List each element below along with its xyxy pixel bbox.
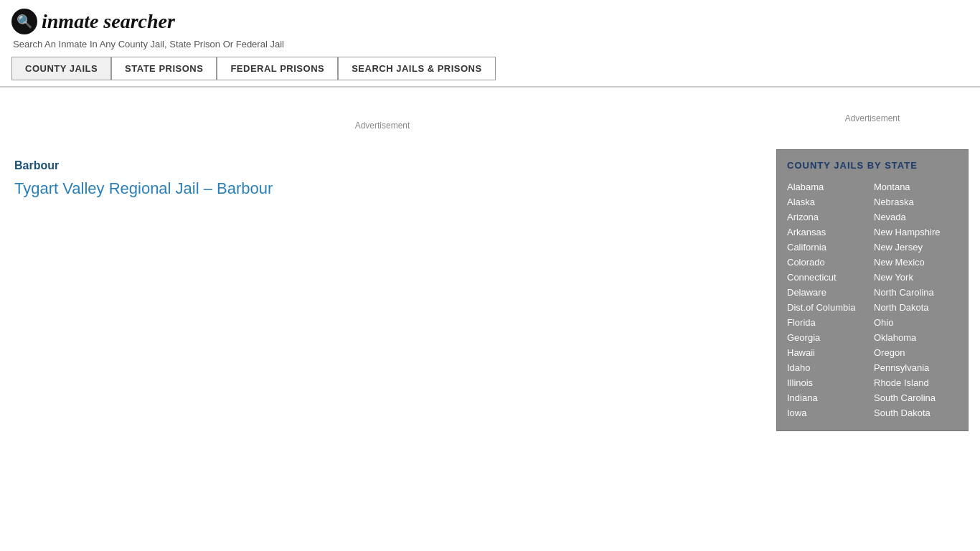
content-area: Advertisement Barbour Tygart Valley Regi… <box>0 88 765 443</box>
state-link[interactable]: Iowa <box>787 405 871 420</box>
state-link[interactable]: California <box>787 240 871 255</box>
state-link[interactable]: Oregon <box>874 345 958 360</box>
nav-state-prisons[interactable]: STATE PRISONS <box>111 57 217 80</box>
state-link[interactable]: Ohio <box>874 315 958 330</box>
state-link[interactable]: North Dakota <box>874 300 958 315</box>
state-link[interactable]: North Carolina <box>874 285 958 300</box>
ad-sidebar: Advertisement <box>776 99 969 138</box>
state-grid: AlabamaAlaskaArizonaArkansasCaliforniaCo… <box>787 179 958 420</box>
state-link[interactable]: Alaska <box>787 194 871 209</box>
logo-inmate: inmate <box>42 10 98 32</box>
ad-banner-top: Advertisement <box>14 99 750 152</box>
state-link[interactable]: South Dakota <box>874 405 958 420</box>
state-link[interactable]: Idaho <box>787 360 871 375</box>
state-link[interactable]: Arkansas <box>787 225 871 240</box>
header: 🔍 inmate searcher Search An Inmate In An… <box>0 0 980 88</box>
sidebar: Advertisement COUNTY JAILS BY STATE Alab… <box>765 88 980 443</box>
state-link[interactable]: Illinois <box>787 375 871 390</box>
logo-text: inmate searcher <box>42 10 175 33</box>
state-box-title: COUNTY JAILS BY STATE <box>787 160 958 171</box>
state-link[interactable]: Indiana <box>787 390 871 405</box>
state-link[interactable]: New Mexico <box>874 255 958 270</box>
state-link[interactable]: New Jersey <box>874 240 958 255</box>
state-link[interactable]: Connecticut <box>787 270 871 285</box>
state-link[interactable]: Colorado <box>787 255 871 270</box>
state-link[interactable]: Dist.of Columbia <box>787 300 871 315</box>
state-link[interactable]: Delaware <box>787 285 871 300</box>
jail-link[interactable]: Tygart Valley Regional Jail – Barbour <box>14 179 750 198</box>
state-box: COUNTY JAILS BY STATE AlabamaAlaskaArizo… <box>776 149 969 431</box>
main-layout: Advertisement Barbour Tygart Valley Regi… <box>0 88 980 443</box>
tagline: Search An Inmate In Any County Jail, Sta… <box>13 39 969 50</box>
nav-bar: COUNTY JAILS STATE PRISONS FEDERAL PRISO… <box>11 57 969 80</box>
state-link[interactable]: Hawaii <box>787 345 871 360</box>
nav-search-jails-prisons[interactable]: SEARCH JAILS & PRISONS <box>338 57 495 80</box>
state-link[interactable]: Montana <box>874 179 958 194</box>
logo-searcher: searcher <box>103 10 175 32</box>
state-link[interactable]: Pennsylvania <box>874 360 958 375</box>
county-title: Barbour <box>14 159 750 172</box>
nav-county-jails[interactable]: COUNTY JAILS <box>11 57 111 80</box>
state-col-left: AlabamaAlaskaArizonaArkansasCaliforniaCo… <box>787 179 871 420</box>
state-link[interactable]: Rhode Island <box>874 375 958 390</box>
state-link[interactable]: Nebraska <box>874 194 958 209</box>
state-col-right: MontanaNebraskaNevadaNew HampshireNew Je… <box>874 179 958 420</box>
state-link[interactable]: Florida <box>787 315 871 330</box>
state-link[interactable]: Nevada <box>874 209 958 225</box>
state-link[interactable]: Alabama <box>787 179 871 194</box>
state-link[interactable]: Arizona <box>787 209 871 225</box>
state-link[interactable]: Oklahoma <box>874 330 958 345</box>
logo-area: 🔍 inmate searcher <box>11 9 969 34</box>
state-link[interactable]: New York <box>874 270 958 285</box>
logo-icon: 🔍 <box>11 9 37 34</box>
state-link[interactable]: South Carolina <box>874 390 958 405</box>
nav-federal-prisons[interactable]: FEDERAL PRISONS <box>217 57 338 80</box>
state-link[interactable]: New Hampshire <box>874 225 958 240</box>
state-link[interactable]: Georgia <box>787 330 871 345</box>
